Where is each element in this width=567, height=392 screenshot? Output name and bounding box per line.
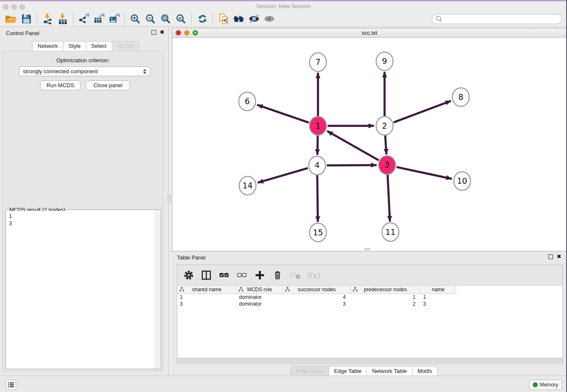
graph-node[interactable]: 11	[382, 223, 399, 241]
table-cell[interactable]: 1	[421, 294, 456, 301]
column-header-predecessor-nodes[interactable]: predecessor nodes	[351, 286, 421, 294]
eye-icon[interactable]	[261, 13, 277, 25]
network-canvas[interactable]: 7968124314101511	[172, 38, 567, 251]
task-history-button[interactable]	[6, 380, 16, 390]
network-zoom-button[interactable]: +	[193, 30, 198, 36]
graph-edge[interactable]	[258, 168, 308, 182]
graph-node[interactable]: 10	[454, 172, 471, 190]
table-cell[interactable]: dominator	[237, 294, 283, 301]
table-cell[interactable]: 3	[421, 301, 456, 307]
search-input[interactable]	[444, 15, 558, 22]
graph-edge[interactable]	[317, 175, 318, 222]
delete-column-icon[interactable]	[271, 269, 284, 282]
network-close-button[interactable]: ×	[176, 30, 181, 36]
import-network-icon[interactable]	[40, 13, 55, 25]
network-graph-container[interactable]: 7968124314101511	[172, 38, 567, 251]
unselect-all-columns-icon[interactable]	[236, 269, 248, 282]
result-scrollbar[interactable]	[155, 210, 161, 369]
toolbar-separator	[73, 13, 74, 25]
select-all-columns-icon[interactable]	[218, 269, 231, 282]
graph-node[interactable]: 2	[376, 116, 393, 135]
table-cell[interactable]: 1	[351, 294, 421, 301]
column-header-successor-nodes[interactable]: successor nodes	[283, 286, 351, 294]
network-minimize-button[interactable]: −	[184, 30, 190, 36]
memory-button[interactable]: Memory	[529, 380, 562, 390]
table-row[interactable]: 3dominator323	[177, 301, 562, 307]
graph-edge[interactable]	[385, 135, 386, 155]
graph-node[interactable]: 14	[239, 177, 256, 195]
export-image-icon[interactable]	[107, 13, 122, 25]
tab-edge-table[interactable]: Edge Table	[329, 366, 367, 376]
column-header-mcds-role[interactable]: MCDS role	[237, 286, 283, 294]
search-box[interactable]	[432, 14, 562, 24]
graph-edge[interactable]	[327, 165, 377, 166]
clone-network-icon[interactable]	[216, 13, 231, 25]
mcds-result-text[interactable]: 13	[6, 211, 155, 368]
float-panel-icon[interactable]	[151, 30, 156, 35]
table-cell[interactable]: 4	[283, 294, 351, 301]
tab-mcds[interactable]: MCDS	[112, 41, 139, 51]
column-header-shared-name[interactable]: shared name	[177, 286, 237, 294]
graph-node[interactable]: 7	[310, 53, 327, 72]
criterion-dropdown[interactable]: strongly connected component	[19, 66, 150, 76]
graph-edge[interactable]	[394, 101, 451, 122]
graph-node[interactable]: 9	[376, 52, 393, 71]
graph-node[interactable]: 8	[452, 88, 469, 107]
graph-edge[interactable]	[388, 175, 390, 222]
column-layout-icon[interactable]	[200, 269, 213, 282]
network-window-titlebar[interactable]: × − + scc.txt	[172, 28, 567, 38]
graph-edge[interactable]	[327, 131, 379, 160]
run-mcds-button[interactable]: Run MCDS	[40, 80, 80, 90]
tab-network-table[interactable]: Network Table	[366, 366, 412, 376]
canvas-scroll-grip[interactable]	[364, 248, 370, 250]
table-cell[interactable]: 1	[177, 294, 237, 301]
refresh-view-icon[interactable]	[195, 13, 210, 25]
splitter-grip[interactable]	[168, 195, 171, 202]
import-table-icon[interactable]	[55, 13, 70, 25]
tab-network[interactable]: Network	[32, 41, 63, 51]
zoom-window-button[interactable]	[19, 4, 25, 10]
application-window: Session: New Session Control Panel ✖ Net…	[0, 0, 567, 392]
tab-node-table[interactable]: Node Table	[290, 366, 329, 376]
graph-node[interactable]: 4	[309, 156, 326, 175]
graph-edge[interactable]	[396, 167, 452, 179]
graph-node[interactable]: 3	[379, 156, 396, 174]
close-panel-button[interactable]: Close panel	[86, 80, 130, 90]
export-network-icon[interactable]	[76, 13, 91, 25]
close-table-panel-icon[interactable]: ✖	[557, 254, 561, 259]
table-cell[interactable]: 2	[351, 301, 421, 307]
zoom-in-icon[interactable]	[128, 13, 143, 25]
table-cell[interactable]: dominator	[237, 301, 283, 307]
column-header-name[interactable]: name	[421, 286, 456, 294]
tab-motifs[interactable]: Motifs	[412, 366, 438, 376]
tab-select[interactable]: Select	[86, 41, 112, 51]
float-table-panel-icon[interactable]	[548, 254, 553, 259]
table-hscrollbar[interactable]	[177, 358, 562, 364]
graph-node[interactable]: 1	[310, 116, 327, 135]
svg-text:9: 9	[382, 56, 387, 66]
table-header-row: shared nameMCDS rolesuccessor nodesprede…	[177, 286, 456, 294]
export-table-icon[interactable]	[91, 13, 107, 25]
zoom-out-icon[interactable]	[143, 13, 158, 25]
gear-icon[interactable]	[182, 269, 195, 282]
eye-slash-icon[interactable]	[246, 13, 261, 25]
add-column-icon[interactable]	[253, 269, 266, 282]
minimize-window-button[interactable]	[11, 4, 17, 10]
network-graph[interactable]: 7968124314101511	[172, 38, 567, 251]
table-cell[interactable]: 3	[177, 301, 237, 307]
tab-style[interactable]: Style	[63, 41, 86, 51]
svg-text:2: 2	[382, 121, 387, 130]
table-cell[interactable]: 3	[283, 301, 351, 307]
home-icon[interactable]	[231, 13, 246, 25]
zoom-selected-icon[interactable]	[173, 13, 189, 25]
zoom-fit-icon[interactable]	[158, 13, 173, 25]
graph-node[interactable]: 6	[239, 92, 256, 110]
graph-edge[interactable]	[317, 135, 318, 155]
close-panel-icon[interactable]: ✖	[160, 30, 164, 35]
graph-edge[interactable]	[257, 105, 309, 123]
table-row[interactable]: 1dominator411	[177, 294, 562, 301]
graph-node[interactable]: 15	[310, 223, 327, 242]
save-session-icon[interactable]	[19, 13, 34, 25]
open-file-icon[interactable]	[3, 13, 19, 25]
close-window-button[interactable]	[3, 4, 8, 10]
